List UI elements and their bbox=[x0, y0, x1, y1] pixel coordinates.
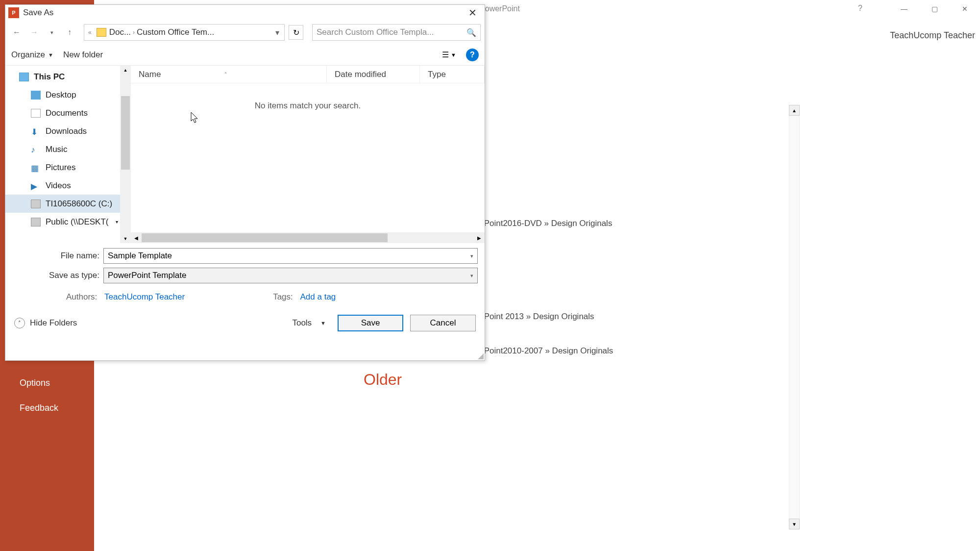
chevron-down-icon[interactable]: ▾ bbox=[470, 253, 473, 259]
view-options-button[interactable]: ☰ ▼ bbox=[442, 50, 456, 59]
new-folder-button[interactable]: New folder bbox=[63, 50, 103, 60]
tree-item-videos[interactable]: ▶ Videos bbox=[5, 176, 131, 195]
save-form: File name: Sample Template ▾ Save as typ… bbox=[5, 243, 485, 302]
hide-folders-button[interactable]: ˄ Hide Folders bbox=[14, 318, 77, 328]
powerpoint-icon: P bbox=[8, 7, 19, 18]
column-type[interactable]: Type bbox=[420, 66, 485, 83]
chevron-down-icon: ▼ bbox=[320, 320, 326, 326]
dialog-title: Save As bbox=[23, 8, 53, 18]
scroll-track[interactable] bbox=[142, 232, 474, 243]
tree-item-drive-c[interactable]: TI10658600C (C:) bbox=[5, 195, 131, 213]
drive-icon bbox=[31, 200, 41, 208]
savetype-label: Save as type: bbox=[12, 271, 103, 280]
videos-icon: ▶ bbox=[31, 181, 41, 190]
tree-item-documents[interactable]: Documents bbox=[5, 104, 131, 122]
network-drive-icon bbox=[31, 218, 41, 226]
breadcrumb-part[interactable]: Doc... bbox=[109, 27, 131, 37]
sidebar-item-options[interactable]: Options bbox=[0, 371, 94, 396]
chevron-right-icon[interactable]: › bbox=[131, 29, 137, 36]
organize-button[interactable]: Organize ▼ bbox=[11, 50, 53, 60]
address-bar[interactable]: « Doc... › Custom Office Tem... ▾ bbox=[84, 24, 285, 41]
column-date[interactable]: Date modified bbox=[327, 66, 420, 83]
content-scrollbar[interactable]: ▲ ▼ bbox=[789, 105, 800, 529]
music-icon: ♪ bbox=[31, 145, 41, 154]
help-icon[interactable]: ? bbox=[858, 4, 862, 13]
scroll-thumb[interactable] bbox=[142, 233, 388, 242]
file-list-panel: Name ˄ Date modified Type No items match… bbox=[131, 66, 485, 243]
horizontal-scrollbar[interactable]: ◀ ▶ bbox=[131, 232, 485, 243]
savetype-select[interactable]: PowerPoint Template ▾ bbox=[103, 268, 478, 283]
tree-item-desktop[interactable]: Desktop bbox=[5, 86, 131, 104]
save-button[interactable]: Save bbox=[338, 315, 403, 331]
authors-value[interactable]: TeachUcomp Teacher bbox=[104, 292, 185, 301]
up-button[interactable]: ↑ bbox=[62, 25, 77, 40]
list-view-icon: ☰ bbox=[442, 50, 449, 59]
maximize-button[interactable]: ▢ bbox=[919, 0, 950, 18]
scroll-down-button[interactable]: ▼ bbox=[120, 234, 131, 243]
folder-tree: This PC Desktop Documents ⬇ Downloads ♪ … bbox=[5, 66, 131, 243]
breadcrumb-part[interactable]: Custom Office Tem... bbox=[137, 27, 214, 37]
user-name: TeachUcomp Teacher bbox=[890, 30, 975, 41]
authors-label: Authors: bbox=[66, 292, 97, 301]
breadcrumb-overflow[interactable]: « bbox=[86, 29, 94, 36]
tags-label: Tags: bbox=[273, 292, 293, 301]
chevron-down-icon[interactable]: ▾ bbox=[470, 273, 473, 279]
desktop-icon bbox=[31, 91, 41, 100]
tools-button[interactable]: Tools ▼ bbox=[287, 318, 331, 328]
documents-icon bbox=[31, 109, 41, 118]
forward-button[interactable]: → bbox=[27, 25, 42, 40]
cancel-button[interactable]: Cancel bbox=[410, 315, 476, 331]
scroll-thumb[interactable] bbox=[121, 96, 130, 170]
tree-item-network-public[interactable]: Public (\\DESKT( ▾ bbox=[5, 213, 131, 231]
help-button[interactable]: ? bbox=[466, 49, 479, 61]
scroll-up-button[interactable]: ▲ bbox=[789, 105, 800, 116]
column-headers: Name ˄ Date modified Type bbox=[131, 66, 485, 83]
chevron-down-icon: ▼ bbox=[451, 52, 456, 58]
dialog-titlebar: P Save As ✕ bbox=[5, 5, 485, 21]
scroll-left-button[interactable]: ◀ bbox=[131, 232, 142, 243]
tree-item-this-pc[interactable]: This PC bbox=[5, 68, 131, 86]
folder-icon bbox=[97, 28, 106, 37]
resize-grip[interactable] bbox=[477, 352, 484, 359]
address-dropdown[interactable]: ▾ bbox=[272, 28, 282, 37]
scroll-up-button[interactable]: ▲ bbox=[120, 66, 131, 75]
pc-icon bbox=[19, 73, 29, 81]
recent-dropdown[interactable]: ▾ bbox=[45, 25, 59, 40]
sort-asc-icon: ˄ bbox=[224, 72, 227, 77]
save-as-dialog: P Save As ✕ ← → ▾ ↑ « Doc... › Custom Of… bbox=[5, 4, 485, 361]
back-button[interactable]: ← bbox=[9, 25, 24, 40]
tags-value[interactable]: Add a tag bbox=[300, 292, 336, 301]
chevron-down-icon: ▼ bbox=[48, 52, 53, 58]
search-input[interactable]: Search Custom Office Templa... 🔍 bbox=[312, 24, 481, 41]
sidebar-item-feedback[interactable]: Feedback bbox=[0, 396, 94, 421]
tree-item-pictures[interactable]: ▦ Pictures bbox=[5, 158, 131, 176]
dialog-footer: ˄ Hide Folders Tools ▼ Save Cancel bbox=[5, 302, 485, 340]
filename-input[interactable]: Sample Template ▾ bbox=[103, 248, 478, 264]
search-icon[interactable]: 🔍 bbox=[466, 28, 476, 37]
older-heading: Older bbox=[94, 361, 980, 389]
downloads-icon: ⬇ bbox=[31, 127, 41, 136]
scroll-track[interactable] bbox=[789, 116, 800, 519]
dialog-toolbar: Organize ▼ New folder ☰ ▼ ? bbox=[5, 44, 485, 66]
pictures-icon: ▦ bbox=[31, 163, 41, 172]
scroll-down-button[interactable]: ▼ bbox=[789, 519, 800, 529]
search-placeholder: Search Custom Office Templa... bbox=[317, 27, 466, 37]
chevron-up-icon: ˄ bbox=[14, 318, 25, 328]
nav-bar: ← → ▾ ↑ « Doc... › Custom Office Tem... … bbox=[5, 21, 485, 44]
column-name[interactable]: Name ˄ bbox=[131, 66, 327, 83]
tree-item-downloads[interactable]: ⬇ Downloads bbox=[5, 122, 131, 140]
filename-label: File name: bbox=[12, 251, 103, 261]
dialog-close-button[interactable]: ✕ bbox=[460, 5, 485, 21]
chevron-down-icon: ▾ bbox=[116, 219, 118, 225]
scroll-right-button[interactable]: ▶ bbox=[474, 232, 485, 243]
refresh-button[interactable]: ↻ bbox=[289, 25, 303, 40]
tree-item-music[interactable]: ♪ Music bbox=[5, 140, 131, 158]
scroll-track[interactable] bbox=[120, 75, 131, 234]
minimize-button[interactable]: — bbox=[889, 0, 919, 18]
empty-message: No items match your search. bbox=[131, 83, 485, 111]
close-button[interactable]: ✕ bbox=[950, 0, 980, 18]
tree-scrollbar[interactable]: ▲ ▼ bbox=[120, 66, 131, 243]
